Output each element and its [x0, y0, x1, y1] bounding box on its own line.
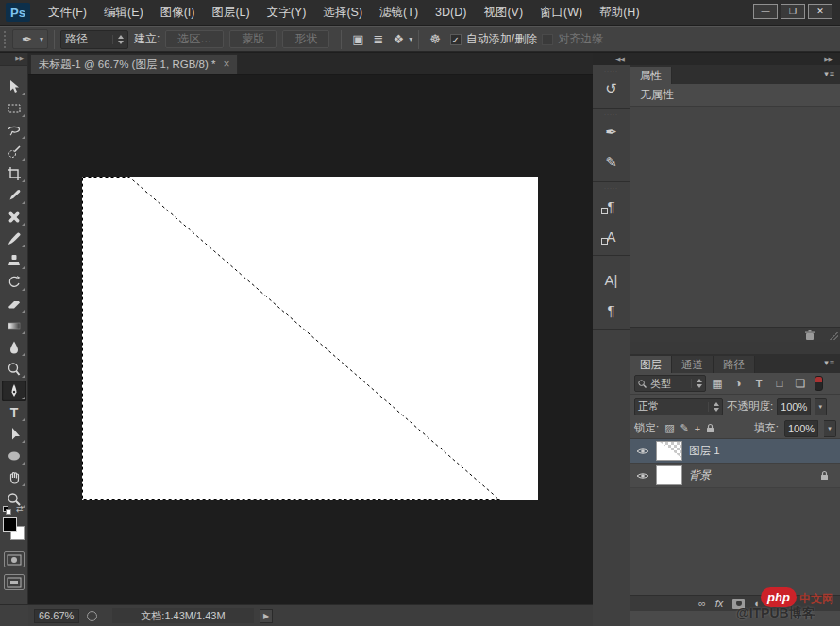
menu-window[interactable]: 窗口(W): [531, 0, 591, 25]
fill-value[interactable]: 100%: [784, 420, 818, 437]
link-layers-icon[interactable]: ∞: [698, 598, 706, 609]
menu-type[interactable]: 文字(Y): [259, 0, 315, 25]
brush-tool[interactable]: [2, 228, 26, 249]
screen-mode-button[interactable]: [4, 574, 25, 590]
menu-layer[interactable]: 图层(L): [203, 0, 258, 25]
lock-paint-icon[interactable]: ✎: [680, 422, 689, 434]
layer-row-background[interactable]: 背景: [630, 464, 840, 488]
move-tool[interactable]: [2, 76, 26, 97]
auto-add-delete-checkbox[interactable]: ✓: [450, 34, 462, 45]
collapse-panels-icon[interactable]: ◀◀: [615, 56, 624, 63]
resize-grip[interactable]: [830, 331, 838, 340]
fill-caret-icon[interactable]: ▾: [824, 420, 836, 437]
tab-layers[interactable]: 图层: [630, 356, 672, 373]
filter-adjustment-icon[interactable]: ◑: [729, 377, 748, 390]
menu-select[interactable]: 选择(S): [314, 0, 371, 25]
gear-icon[interactable]: ☸: [429, 32, 441, 46]
menu-image[interactable]: 图像(I): [152, 0, 204, 25]
paragraph-panel-button[interactable]: ¶: [596, 296, 628, 324]
close-icon[interactable]: ×: [223, 58, 229, 71]
eraser-tool[interactable]: [2, 294, 26, 314]
lock-all-icon[interactable]: [706, 423, 714, 433]
brush-panel-button[interactable]: ✒: [596, 118, 628, 146]
menu-file[interactable]: 文件(F): [40, 0, 95, 25]
close-button[interactable]: ✕: [808, 4, 832, 19]
dodge-tool[interactable]: [2, 359, 26, 380]
character-panel-button[interactable]: A|: [596, 265, 628, 294]
expand-panels-icon[interactable]: ▶▶: [824, 56, 832, 63]
restore-button[interactable]: ❐: [781, 4, 805, 19]
layer-row-layer1[interactable]: 图层 1: [630, 439, 840, 464]
quick-mask-button[interactable]: [4, 551, 25, 567]
layer-name[interactable]: 背景: [689, 468, 711, 482]
path-operations-icon[interactable]: ▣: [352, 32, 363, 46]
lasso-tool[interactable]: [2, 120, 26, 141]
hand-tool[interactable]: [2, 467, 26, 488]
default-colors-icon[interactable]: [3, 506, 12, 516]
trash-icon[interactable]: [804, 330, 815, 341]
ellipse-tool[interactable]: [2, 446, 26, 466]
menu-filter[interactable]: 滤镜(T): [371, 0, 427, 25]
pen-mode-dropdown[interactable]: 路径: [60, 30, 128, 49]
history-brush-tool[interactable]: [2, 272, 26, 293]
filter-image-icon[interactable]: ▦: [708, 377, 727, 390]
clone-stamp-tool[interactable]: [2, 250, 26, 271]
lock-transparency-icon[interactable]: ▨: [664, 422, 674, 434]
path-alignment-icon[interactable]: ≣: [374, 32, 384, 46]
document-tab[interactable]: 未标题-1 @ 66.7% (图层 1, RGB/8) * ×: [30, 54, 238, 74]
crop-tool[interactable]: [2, 163, 26, 184]
filter-type-icon[interactable]: T: [749, 378, 768, 389]
document-canvas[interactable]: [82, 177, 538, 500]
menu-3d[interactable]: 3D(D): [427, 0, 475, 25]
blend-mode-dropdown[interactable]: 正常: [634, 398, 723, 415]
panel-menu-icon[interactable]: ▾≡: [824, 358, 835, 367]
layer-thumbnail[interactable]: [656, 441, 682, 461]
swap-colors-icon[interactable]: ⇄: [16, 504, 24, 514]
type-tool[interactable]: T: [2, 402, 26, 423]
watermark-php-badge: php: [761, 587, 797, 607]
history-panel-button[interactable]: ↺: [596, 75, 628, 103]
lock-move-icon[interactable]: +: [695, 423, 700, 434]
dock-header: ◀◀ ▶▶: [593, 53, 840, 65]
gradient-tool[interactable]: [2, 315, 26, 336]
panel-menu-icon[interactable]: ▾≡: [824, 69, 835, 78]
menu-help[interactable]: 帮助(H): [591, 0, 647, 25]
properties-panel: 属性 ▾≡ 无属性: [630, 65, 840, 342]
layer-thumbnail[interactable]: [656, 465, 682, 485]
foreground-color-swatch[interactable]: [3, 517, 17, 532]
blur-tool[interactable]: [2, 337, 26, 358]
menu-view[interactable]: 视图(V): [475, 0, 531, 25]
zoom-level-field[interactable]: 66.67%: [34, 609, 79, 623]
brush-presets-panel-button[interactable]: ✎: [596, 148, 628, 177]
tab-properties[interactable]: 属性: [630, 67, 672, 84]
toolbar-footer: [0, 604, 28, 626]
filter-type-dropdown[interactable]: 类型: [634, 375, 706, 392]
character-styles-panel-button[interactable]: A: [596, 222, 628, 250]
status-options-arrow[interactable]: ▶: [260, 609, 273, 623]
spot-healing-brush-tool[interactable]: [2, 207, 26, 228]
opacity-caret-icon[interactable]: ▾: [815, 398, 827, 415]
opacity-value[interactable]: 100%: [777, 398, 811, 415]
filter-toggle-switch[interactable]: [815, 376, 823, 391]
pen-tool[interactable]: [2, 381, 26, 401]
paragraph-styles-panel-button[interactable]: ¶: [596, 192, 628, 220]
tab-channels[interactable]: 通道: [672, 356, 714, 373]
layer-name[interactable]: 图层 1: [689, 444, 720, 458]
tab-paths[interactable]: 路径: [714, 356, 755, 373]
filter-smart-object-icon[interactable]: ❏: [791, 377, 810, 390]
layer-style-fx-icon[interactable]: fx: [715, 598, 724, 609]
path-arrange-icon[interactable]: ❖: [393, 32, 404, 46]
path-selection-tool[interactable]: [2, 424, 26, 445]
visibility-eye-icon[interactable]: [636, 447, 649, 456]
canvas-pasteboard[interactable]: [28, 75, 593, 604]
rectangular-marquee-tool[interactable]: [2, 98, 26, 119]
visibility-eye-icon[interactable]: [636, 471, 649, 481]
eyedropper-tool[interactable]: [2, 185, 26, 206]
minimize-button[interactable]: —: [753, 4, 778, 19]
tool-preset-picker[interactable]: ✒ ▾: [12, 29, 48, 49]
brush-presets-icon: ✎: [605, 154, 617, 171]
tools-collapse-button[interactable]: ▶▶: [0, 53, 27, 66]
menu-edit[interactable]: 编辑(E): [95, 0, 152, 25]
quick-selection-tool[interactable]: [2, 142, 26, 162]
filter-shape-icon[interactable]: □: [770, 377, 789, 390]
